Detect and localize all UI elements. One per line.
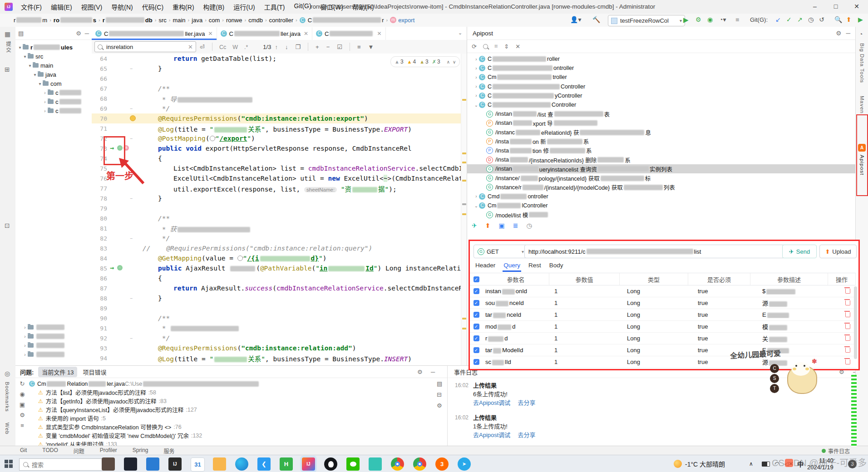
sticker-button-2[interactable]: S: [770, 374, 779, 383]
close-tab-icon[interactable]: ✕: [304, 30, 308, 37]
run-configuration-select[interactable]: testFreezeRowCol ▾: [608, 15, 685, 26]
error-stripe-mark[interactable]: [462, 203, 466, 205]
impl-icon[interactable]: ◦: [117, 265, 123, 270]
event-link[interactable]: 去Apipost调试: [473, 398, 510, 407]
controller-tree-item[interactable]: ›CCController: [467, 82, 856, 91]
upload-button[interactable]: ⬆Upload: [819, 245, 857, 258]
request-tab-rest[interactable]: Rest: [528, 260, 542, 270]
request-tab-query[interactable]: Query: [503, 260, 521, 272]
code-line-88[interactable]: 88−}: [92, 293, 461, 303]
endpoint-tree-item[interactable]: G/instanueryinstancelist 查询资实例列表: [467, 164, 856, 173]
start-button[interactable]: [5, 460, 13, 468]
error-stripe-mark[interactable]: [462, 162, 466, 163]
bell-icon[interactable]: ◔: [859, 30, 863, 38]
code-line-76[interactable]: 76ExcelUtil<CmdbInstanceRelation> util =…: [92, 173, 461, 183]
newline-icon[interactable]: ⏎: [200, 44, 205, 50]
editor-scrollbar[interactable]: [461, 54, 467, 365]
tree-chevron-icon[interactable]: ›: [22, 334, 28, 339]
problems-file-row[interactable]: CCmRelationler.java C:\Use: [29, 379, 433, 388]
project-tree-item[interactable]: ▾com: [15, 79, 92, 88]
taskbar-icon-edge-browser[interactable]: [235, 457, 248, 471]
tree-chevron-icon[interactable]: ›: [473, 194, 479, 199]
taskbar-icon-telegram[interactable]: ➤: [458, 457, 471, 471]
save-icon[interactable]: ▣: [498, 222, 504, 229]
endpoint-tree-item[interactable]: G/instance/pology/{instanceId} 获取标: [467, 173, 856, 182]
controller-tree-item[interactable]: ›CCyController: [467, 91, 856, 100]
tree-chevron-icon[interactable]: ›: [22, 352, 28, 357]
tree-chevron-icon[interactable]: ›: [42, 99, 48, 104]
code-line-81[interactable]: 81 * 获: [92, 223, 461, 233]
code-editor[interactable]: 64return getDataTable(list);65−}6667/**6…: [92, 54, 461, 365]
problems-toolbar-icon[interactable]: ◉: [16, 391, 28, 398]
gear-icon[interactable]: ⚙: [836, 30, 841, 37]
taskbar-icon-orange-badge[interactable]: 3: [435, 457, 449, 471]
code-line-90[interactable]: 90/**: [92, 313, 461, 323]
code-line-73[interactable]: 73→◦mpublic void export(HttpServletRespo…: [92, 143, 461, 153]
send-button[interactable]: ✈Send: [782, 245, 817, 258]
problem-item[interactable]: ⚠变量 'cmdbModel' 初始值设定项 'new CmdbModel()'…: [29, 431, 433, 440]
hidden-tabs-chevron-icon[interactable]: ⌄: [458, 30, 462, 36]
inspection-count[interactable]: ▲3: [395, 59, 404, 65]
fold-marker[interactable]: −: [128, 106, 134, 111]
error-stripe-mark[interactable]: [462, 318, 466, 320]
endpoint-tree-item[interactable]: P/instaon 新系: [467, 137, 856, 146]
editor-tab-2[interactable]: CCller.java✕: [217, 27, 313, 40]
menu-导航N[interactable]: 导航(N): [107, 2, 137, 11]
taskbar-icon-dark-app[interactable]: IJ: [168, 457, 182, 471]
upload-icon[interactable]: ⬆: [485, 222, 491, 229]
tree-chevron-icon[interactable]: ›: [42, 90, 48, 95]
inspections-widget[interactable]: ▲3▲4▲3✗3∧∨: [390, 56, 460, 67]
big-data-tools-tab[interactable]: Big Data Tools: [859, 43, 865, 83]
inspection-count[interactable]: ▲4: [407, 59, 416, 65]
event-link[interactable]: 去Apipost调试: [473, 430, 510, 439]
endpoint-tree-item[interactable]: G/instance/r/{instanceId}/{modelCode} 获取…: [467, 183, 856, 192]
row-checkbox[interactable]: ✓: [473, 300, 479, 306]
project-tree-item[interactable]: ▾main: [15, 61, 92, 70]
sticker-button-3[interactable]: T: [770, 384, 779, 393]
find-more-icon[interactable]: ≡: [357, 44, 361, 50]
clear-search-icon[interactable]: ✕: [188, 44, 193, 50]
breadcrumb-item[interactable]: java: [192, 17, 202, 24]
status-item-问题[interactable]: 问题: [74, 447, 84, 455]
problem-item[interactable]: ⚠方法【queryInstanceList】必须使用javadoc形式的注释:1…: [29, 405, 433, 414]
git-update-icon[interactable]: ↙: [775, 16, 781, 23]
battery-icon[interactable]: [762, 455, 770, 472]
code-line-70[interactable]: 70@RequiresPermissions("cmdb:instance:re…: [92, 113, 461, 123]
fold-marker[interactable]: −: [128, 236, 134, 241]
endpoint-tree-item[interactable]: D/insta/{instanceRelationIds} 删除系: [467, 155, 856, 164]
param-value[interactable]: 1: [552, 323, 624, 330]
row-checkbox[interactable]: ✓: [473, 335, 479, 341]
tree-chevron-icon[interactable]: ⌄: [473, 103, 479, 108]
git-rollback-icon[interactable]: ↺: [819, 16, 824, 23]
problems-toolbar-icon[interactable]: ▣: [16, 401, 28, 408]
menu-运行U[interactable]: 运行(U): [229, 2, 259, 11]
breadcrumb-item[interactable]: controller: [269, 17, 293, 24]
row-checkbox[interactable]: ✓: [473, 324, 479, 329]
next-issue-icon[interactable]: ∨: [453, 59, 456, 64]
history-icon[interactable]: ◷: [526, 222, 532, 229]
param-type[interactable]: Long: [624, 335, 695, 342]
tree-chevron-icon[interactable]: ▾: [17, 45, 23, 50]
send-icon[interactable]: ✈: [472, 222, 477, 229]
tree-chevron-icon[interactable]: ›: [473, 66, 479, 71]
problem-item[interactable]: ⚠方法【list】必须使用javadoc形式的注释:58: [29, 388, 433, 397]
mapping-globe-icon[interactable]: [210, 136, 215, 141]
taskbar-icon-file-explorer[interactable]: [213, 457, 226, 471]
breadcrumb-item[interactable]: com: [209, 17, 220, 24]
tray-chevron-icon[interactable]: ∧: [749, 455, 753, 472]
tree-chevron-icon[interactable]: ›: [473, 93, 479, 98]
project-tree-item[interactable]: ›: [15, 323, 92, 332]
taskbar-search[interactable]: 搜索: [19, 458, 104, 471]
tree-chevron-icon[interactable]: ›: [473, 75, 479, 80]
profiler-button[interactable]: ◔▾: [719, 16, 726, 23]
taskbar-icon-photo-bird[interactable]: [124, 457, 137, 471]
tree-chevron-icon[interactable]: ›: [473, 84, 479, 89]
request-tab-body[interactable]: Body: [548, 260, 564, 270]
project-tree-item[interactable]: ▾rules: [15, 43, 92, 52]
param-value[interactable]: 1: [552, 311, 624, 318]
find-select-icon[interactable]: ❐: [295, 44, 301, 50]
hide-panel-icon[interactable]: ─: [431, 369, 435, 375]
status-item-服务[interactable]: 服务: [164, 447, 175, 455]
tree-chevron-icon[interactable]: ›: [473, 57, 479, 62]
row-checkbox[interactable]: ✓: [473, 288, 479, 294]
